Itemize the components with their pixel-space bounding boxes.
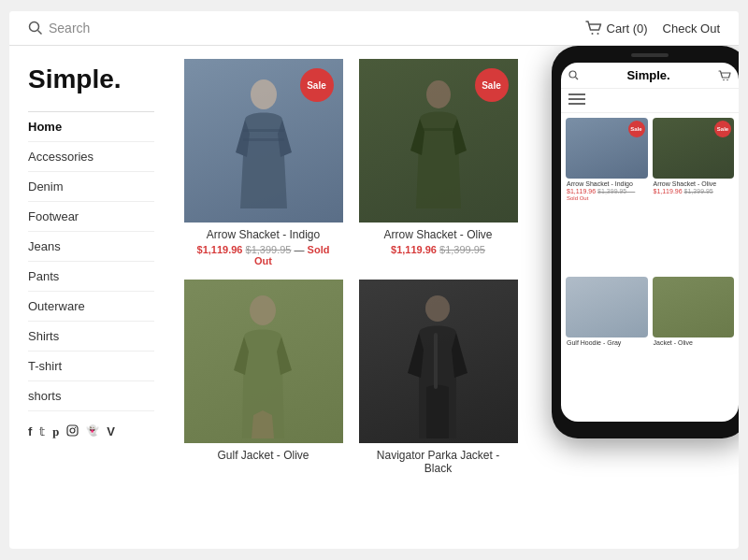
nav-item-jeans[interactable]: Jeans (28, 232, 154, 262)
svg-point-12 (250, 295, 276, 325)
phone-img-4 (653, 277, 735, 337)
product-image-olive: Sale (359, 59, 518, 223)
svg-rect-11 (417, 128, 460, 131)
price-orig-olive: $1,399.95 (439, 244, 485, 255)
nav-list: Home Accessories Denim Footwear Jeans Pa… (28, 111, 154, 411)
phone-cart-icon (718, 70, 731, 81)
product-name-gulf: Gulf Jacket - Olive (188, 449, 339, 462)
nav-item-accessories[interactable]: Accessories (28, 142, 154, 172)
phone-info-2: Arrow Shacket - Olive $1,119.96 $1,399.9… (653, 179, 735, 196)
svg-point-5 (70, 428, 75, 433)
phone-sale-2: Sale (714, 121, 731, 137)
phone-price-1: $1,119.96 $1,399.95 — Sold Out (567, 188, 647, 201)
product-name-indigo: Arrow Shacket - Indigo (188, 228, 339, 241)
product-info-olive: Arrow Shacket - Olive $1,119.96 $1,399.9… (359, 223, 518, 255)
phone-price-2: $1,119.96 $1,399.95 (654, 188, 734, 194)
svg-rect-4 (67, 425, 78, 436)
svg-point-10 (426, 80, 451, 108)
phone-name-4: Jacket - Olive (654, 339, 734, 347)
phone-menu-icon[interactable] (561, 89, 739, 113)
svg-rect-14 (434, 333, 438, 389)
product-card-olive[interactable]: Sale Arrow Shacket - Olive $1,119.96 $1,… (357, 59, 519, 266)
price-sale: $1,119.96 (197, 244, 243, 255)
phone-img-1: Sale (566, 118, 648, 179)
checkout-link[interactable]: Check Out (663, 22, 720, 36)
product-card-indigo[interactable]: Sale Arrow Shacket - Indigo $1,119.96 $1… (182, 59, 344, 266)
svg-point-0 (30, 22, 39, 32)
header-right: Cart (0) Check Out (585, 21, 720, 36)
pinterest-icon[interactable]: 𝐩 (52, 424, 59, 439)
nav-item-tshirt[interactable]: T-shirt (28, 352, 154, 381)
svg-point-2 (591, 33, 593, 35)
product-name-olive: Arrow Shacket - Olive (363, 228, 514, 241)
svg-rect-9 (243, 138, 284, 141)
product-image-parka (359, 280, 518, 443)
phone-info-1: Arrow Shacket - Indigo $1,119.96 $1,399.… (566, 179, 648, 203)
product-price-olive: $1,119.96 $1,399.95 (363, 244, 514, 255)
main-content: Sale Arrow Shacket - Indigo $1,119.96 $1… (173, 46, 739, 549)
instagram-icon[interactable] (66, 424, 79, 439)
phone-search-icon (568, 70, 579, 80)
phone-info-4: Jacket - Olive (653, 337, 735, 349)
search-label: Search (49, 21, 90, 36)
product-name-parka: Navigator Parka Jacket - Black (363, 449, 514, 475)
nav-item-outerware[interactable]: Outerware (28, 292, 154, 322)
product-info-parka: Navigator Parka Jacket - Black (359, 443, 518, 478)
svg-point-18 (726, 79, 728, 80)
svg-line-16 (576, 78, 579, 80)
phone-name-3: Gulf Hoodie - Gray (567, 339, 647, 347)
phone-product-1[interactable]: Sale Arrow Shacket - Indigo $1,119.96 $1… (566, 118, 648, 272)
phone-name-1: Arrow Shacket - Indigo (567, 180, 647, 188)
cart-icon (585, 21, 602, 36)
phone-product-4[interactable]: Jacket - Olive (653, 277, 735, 418)
phone-product-3[interactable]: Gulf Hoodie - Gray (566, 277, 648, 418)
phone-header: Simple. (561, 63, 739, 89)
nav-item-shorts[interactable]: shorts (28, 381, 154, 411)
product-price-indigo: $1,119.96 $1,399.95 — Sold Out (188, 244, 339, 266)
nav-item-footwear[interactable]: Footwear (28, 202, 154, 232)
nav-item-home[interactable]: Home (28, 112, 154, 142)
phone-img-3 (566, 277, 648, 337)
phone-product-2[interactable]: Sale Arrow Shacket - Olive $1,119.96 $1,… (653, 118, 735, 272)
sidebar: Simple. Home Accessories Denim Footwear … (9, 46, 173, 549)
phone-mockup: Simple. (552, 46, 739, 438)
phone-name-2: Arrow Shacket - Olive (654, 180, 734, 188)
facebook-icon[interactable]: f (28, 424, 32, 439)
product-info-indigo: Arrow Shacket - Indigo $1,119.96 $1,399.… (184, 223, 343, 266)
brand-title: Simple. (28, 65, 154, 94)
svg-point-15 (569, 71, 576, 78)
cart-label: Cart (0) (607, 22, 648, 36)
header: Search Cart (0) Check Out (9, 11, 739, 46)
search-icon (28, 21, 43, 36)
svg-point-17 (723, 79, 725, 80)
main-container: Search Cart (0) Check Out Simple. Home A… (9, 11, 739, 549)
price-sale-olive: $1,119.96 (391, 244, 437, 255)
phone-img-2: Sale (653, 118, 735, 179)
phone-screen: Simple. (561, 63, 739, 422)
svg-line-1 (38, 31, 42, 35)
nav-item-denim[interactable]: Denim (28, 172, 154, 202)
phone-sale-1: Sale (628, 121, 645, 137)
vine-icon[interactable]: V (107, 424, 115, 439)
social-icons: f 𝕥 𝐩 👻 V (28, 424, 154, 439)
svg-point-3 (597, 33, 598, 35)
search-area[interactable]: Search (28, 21, 90, 36)
price-original: $1,399.95 (246, 244, 292, 255)
svg-point-6 (75, 427, 76, 428)
product-card-parka[interactable]: Navigator Parka Jacket - Black (357, 280, 519, 478)
twitter-icon[interactable]: 𝕥 (39, 424, 45, 439)
phone-info-3: Gulf Hoodie - Gray (566, 337, 648, 349)
snapchat-icon[interactable]: 👻 (86, 424, 99, 439)
products-grid: Sale Arrow Shacket - Indigo $1,119.96 $1… (182, 59, 519, 478)
nav-item-shirts[interactable]: Shirts (28, 322, 154, 352)
svg-rect-8 (243, 129, 284, 132)
nav-item-pants[interactable]: Pants (28, 262, 154, 292)
product-figure-gulf (184, 280, 343, 443)
svg-point-13 (425, 295, 450, 322)
phone-brand-title: Simple. (579, 68, 718, 82)
body-layout: Simple. Home Accessories Denim Footwear … (9, 46, 739, 549)
product-figure-parka (359, 280, 518, 443)
cart-button[interactable]: Cart (0) (585, 21, 648, 36)
product-card-gulf[interactable]: Gulf Jacket - Olive (182, 280, 344, 478)
phone-products: Sale Arrow Shacket - Indigo $1,119.96 $1… (561, 113, 739, 422)
